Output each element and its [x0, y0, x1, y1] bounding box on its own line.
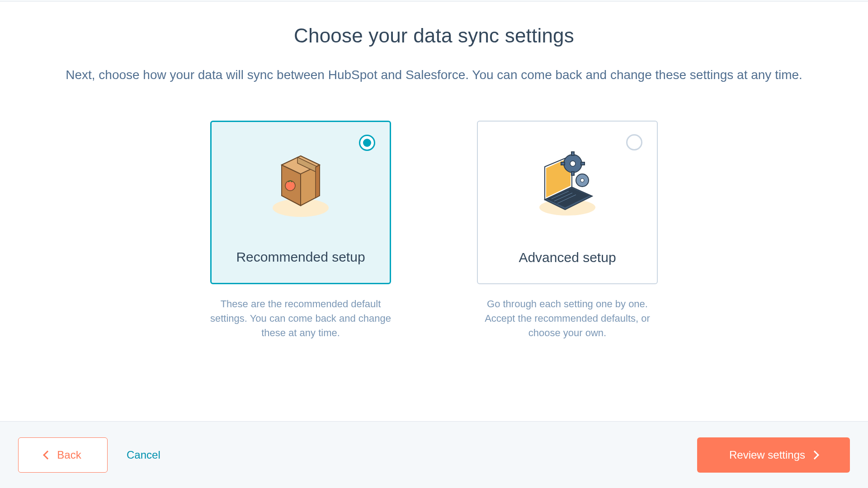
- setup-options: Recommended setup These are the recommen…: [210, 121, 658, 340]
- chevron-right-icon: [810, 450, 819, 460]
- review-settings-button[interactable]: Review settings: [697, 437, 850, 473]
- svg-point-16: [570, 161, 576, 166]
- laptop-gears-icon: [529, 142, 606, 219]
- svg-rect-18: [571, 172, 574, 175]
- radio-recommended[interactable]: [359, 135, 375, 151]
- page-title: Choose your data sync settings: [294, 24, 574, 47]
- svg-rect-20: [581, 162, 585, 165]
- back-button-label: Back: [57, 449, 81, 461]
- back-button[interactable]: Back: [18, 437, 108, 473]
- option-recommended-desc: These are the recommended default settin…: [210, 297, 391, 340]
- option-advanced-desc: Go through each setting one by one. Acce…: [477, 297, 658, 340]
- option-advanced[interactable]: Advanced setup: [477, 121, 658, 284]
- svg-rect-19: [561, 162, 565, 165]
- box-package-icon: [262, 142, 339, 219]
- option-recommended[interactable]: Recommended setup: [210, 121, 391, 284]
- svg-marker-5: [316, 165, 320, 198]
- cancel-button[interactable]: Cancel: [123, 437, 164, 473]
- chevron-left-icon: [43, 450, 52, 460]
- page-subtitle: Next, choose how your data will sync bet…: [66, 65, 802, 84]
- footer-bar: Back Cancel Review settings: [0, 421, 868, 488]
- cancel-button-label: Cancel: [127, 449, 160, 461]
- main-content: Choose your data sync settings Next, cho…: [0, 2, 868, 421]
- svg-point-6: [285, 181, 295, 191]
- option-recommended-title: Recommended setup: [236, 249, 365, 265]
- option-advanced-title: Advanced setup: [519, 250, 616, 265]
- svg-rect-17: [571, 152, 574, 155]
- radio-advanced[interactable]: [626, 134, 642, 150]
- option-recommended-wrap: Recommended setup These are the recommen…: [210, 121, 391, 340]
- option-advanced-wrap: Advanced setup Go through each setting o…: [477, 121, 658, 340]
- review-settings-label: Review settings: [729, 449, 805, 461]
- svg-point-22: [580, 178, 584, 182]
